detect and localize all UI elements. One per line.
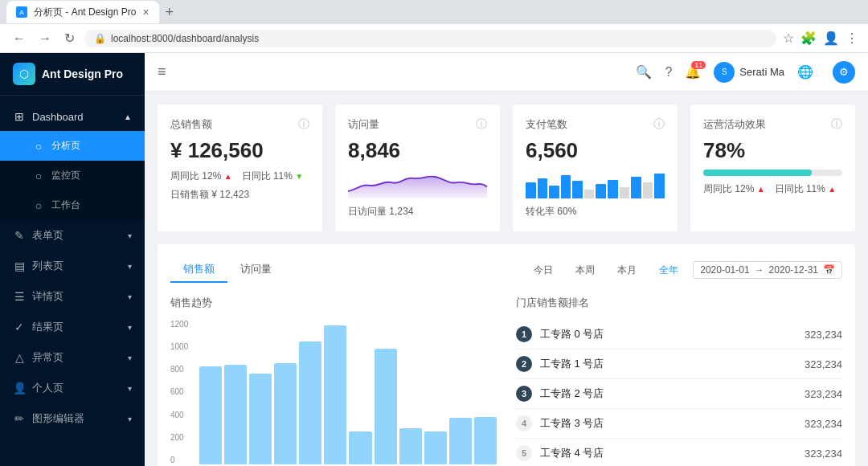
kpi-label-sales: 总销售额 — [170, 117, 212, 132]
profile-arrow: ▾ — [128, 384, 132, 393]
y-label-400: 400 — [170, 411, 188, 419]
ranking-value-2: 323,234 — [805, 358, 842, 370]
chart-content: 销售趋势 1200 1000 800 600 400 200 — [170, 296, 842, 466]
chart-filters: 今日 本周 本月 全年 2020-01-01 → 2020-12-31 📅 — [526, 260, 842, 280]
ranking-value-5: 323,234 — [805, 448, 842, 460]
kpi-change-ops: 周同比 12% 日同比 11% — [703, 182, 842, 196]
rank-num-1: 1 — [516, 326, 532, 342]
chart-right: 门店销售额排名 1 工专路 0 号店 323,234 2 工专路 1 号店 32… — [516, 296, 842, 466]
kpi-header-payments: 支付笔数 ⓘ — [526, 117, 665, 132]
sidebar-item-analysis[interactable]: ○ 分析页 — [0, 131, 145, 161]
analysis-icon: ○ — [32, 140, 45, 153]
active-tab[interactable]: A 分析页 - Ant Design Pro × — [6, 1, 159, 23]
sidebar-item-detail[interactable]: ☰ 详情页 ▾ — [0, 281, 145, 312]
kpi-change-sales: 周同比 12% 日同比 11% — [170, 170, 309, 183]
sidebar-label-detail: 详情页 — [32, 289, 63, 304]
y-label-1200: 1200 — [170, 320, 188, 329]
puzzle-icon[interactable]: 🧩 — [800, 31, 817, 46]
new-tab-btn[interactable]: + — [162, 4, 178, 21]
tab-sales[interactable]: 销售额 — [170, 257, 227, 283]
bar-mar[interactable] — [249, 374, 272, 464]
exception-arrow: ▾ — [128, 354, 132, 362]
kpi-card-payments: 支付笔数 ⓘ 6,560 — [513, 104, 678, 231]
forward-btn[interactable]: → — [35, 30, 55, 47]
kpi-info-visits[interactable]: ⓘ — [476, 117, 487, 132]
tab-bar: A 分析页 - Ant Design Pro × + — [0, 0, 868, 24]
bar-apr[interactable] — [274, 363, 297, 464]
detail-icon: ☰ — [13, 290, 26, 303]
ranking-item-3: 3 工专路 2 号店 323,234 — [516, 379, 842, 409]
sidebar-item-workspace[interactable]: ○ 工作台 — [0, 190, 145, 220]
bar-chart-bars — [199, 320, 497, 464]
kpi-header-sales: 总销售额 ⓘ — [170, 117, 309, 132]
sidebar: ⬡ Ant Design Pro ⊞ Dashboard ▲ ○ 分析页 ○ 监… — [0, 53, 145, 466]
profile-icon: 👤 — [13, 382, 26, 394]
result-arrow: ▾ — [128, 323, 132, 332]
bar-may[interactable] — [299, 341, 321, 464]
globe-icon[interactable]: 🌐 — [797, 64, 813, 80]
menu-toggle-btn[interactable]: ≡ — [158, 63, 166, 80]
sidebar-item-exception[interactable]: △ 异常页 ▾ — [0, 342, 145, 373]
sidebar-menu: ⊞ Dashboard ▲ ○ 分析页 ○ 监控页 ○ 工作台 ✎ — [0, 96, 145, 466]
browser-menu-icon[interactable]: ⋮ — [845, 31, 858, 46]
settings-float-btn[interactable]: ⚙ — [833, 61, 855, 84]
date-separator: → — [755, 264, 764, 276]
page-content: 总销售额 ⓘ ¥ 126,560 周同比 12% 日同比 11% 日销售额 — [145, 92, 868, 466]
sidebar-item-list[interactable]: ▤ 列表页 ▾ — [0, 251, 145, 281]
y-label-0: 0 — [170, 456, 188, 464]
kpi-label-ops: 运营活动效果 — [703, 117, 766, 132]
url-bar[interactable]: 🔒 localhost:8000/dashboard/analysis — [84, 30, 776, 47]
app-container: ⬡ Ant Design Pro ⊞ Dashboard ▲ ○ 分析页 ○ 监… — [0, 53, 868, 466]
date-end: 2020-12-31 — [769, 264, 818, 276]
sidebar-item-editor[interactable]: ✏ 图形编辑器 ▾ — [0, 403, 145, 434]
bar-jan[interactable] — [199, 366, 222, 464]
bar-aug[interactable] — [375, 349, 397, 464]
bar-sep[interactable] — [399, 428, 422, 464]
help-icon[interactable]: ? — [665, 65, 672, 80]
sidebar-item-result[interactable]: ✓ 结果页 ▾ — [0, 312, 145, 342]
bar-nov[interactable] — [449, 418, 472, 464]
kpi-card-visits: 访问量 ⓘ 8,846 — [335, 104, 500, 231]
kpi-info-ops[interactable]: ⓘ — [831, 117, 842, 132]
kpi-info-payments[interactable]: ⓘ — [653, 117, 665, 132]
bar-jun[interactable] — [324, 325, 346, 464]
filter-month[interactable]: 本月 — [609, 260, 645, 280]
filter-year[interactable]: 全年 — [651, 260, 686, 280]
week-change-ops: 周同比 12% — [703, 182, 765, 196]
y-label-800: 800 — [170, 365, 188, 374]
dashboard-icon: ⊞ — [13, 110, 26, 123]
bar-dec[interactable] — [474, 417, 497, 464]
kpi-info-sales[interactable]: ⓘ — [298, 117, 309, 132]
tab-visits[interactable]: 访问量 — [227, 257, 285, 283]
ranking-name-3: 工专路 2 号店 — [540, 386, 805, 401]
sidebar-label-editor: 图形编辑器 — [32, 411, 84, 426]
y-label-600: 600 — [170, 387, 188, 396]
bar-oct[interactable] — [424, 431, 447, 464]
sidebar-item-monitor[interactable]: ○ 监控页 — [0, 161, 145, 190]
sidebar-item-profile[interactable]: 👤 个人页 ▾ — [0, 373, 145, 403]
notification-bell-icon[interactable]: 🔔 11 — [685, 64, 701, 80]
sidebar-item-dashboard[interactable]: ⊞ Dashboard ▲ — [0, 102, 145, 131]
main-content: ≡ 🔍 ? 🔔 11 S Serati Ma 🌐 ⚙ — [145, 53, 868, 466]
sidebar-item-form[interactable]: ✎ 表单页 ▾ — [0, 220, 145, 251]
bar-jul[interactable] — [349, 431, 371, 464]
date-range-picker[interactable]: 2020-01-01 → 2020-12-31 📅 — [693, 261, 842, 279]
search-icon[interactable]: 🔍 — [636, 64, 652, 80]
ops-progress-bar-wrap — [703, 170, 842, 176]
user-info[interactable]: S Serati Ma — [714, 62, 784, 83]
tab-close-btn[interactable]: × — [142, 6, 149, 18]
detail-arrow: ▾ — [128, 292, 132, 301]
ranking-value-4: 323,234 — [805, 418, 842, 430]
user-account-icon[interactable]: 👤 — [823, 31, 839, 46]
rank-num-3: 3 — [516, 386, 532, 402]
filter-week[interactable]: 本周 — [567, 260, 603, 280]
star-icon[interactable]: ☆ — [783, 31, 794, 46]
workspace-icon: ○ — [32, 199, 45, 212]
chart-tabs: 销售额 访问量 — [170, 257, 285, 283]
filter-today[interactable]: 今日 — [526, 260, 561, 280]
charts-header: 销售额 访问量 今日 本周 本月 全年 2020-01-01 → 2020-12… — [170, 257, 842, 283]
back-btn[interactable]: ← — [10, 30, 29, 47]
bar-feb[interactable] — [224, 365, 247, 464]
form-icon: ✎ — [13, 229, 26, 242]
refresh-btn[interactable]: ↻ — [61, 29, 78, 47]
